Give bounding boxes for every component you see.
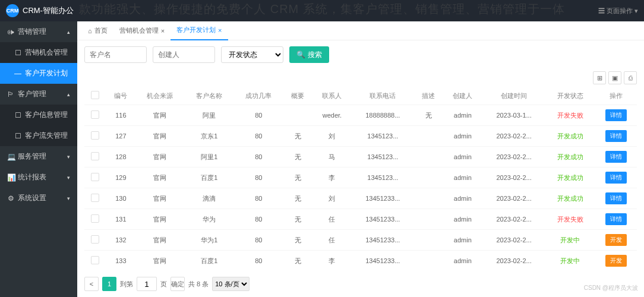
cell-src: 官网 [135,126,185,147]
cell-cust: 百度1 [185,168,234,188]
tab[interactable]: 客户开发计划× [171,21,228,40]
tab-label: 首页 [94,26,108,35]
pager-total: 共 8 条 [188,280,209,289]
cell-sum: 无 [283,230,312,251]
row-action-button[interactable]: 详情 [605,172,627,184]
row-checkbox[interactable] [91,256,99,264]
table-row: 130 官网 滴滴 80 无 刘 13451233... admin 2023-… [84,188,637,209]
cell-creator: admin [443,168,482,188]
select-all-checkbox[interactable] [91,91,99,99]
cell-status: 开发中 [545,230,595,251]
bullet-icon: ☐ [14,111,21,119]
page-operations-dropdown[interactable]: ☰ 页面操作 ▾ [598,7,638,15]
row-checkbox[interactable] [91,131,99,140]
sidebar-sub-item[interactable]: ☐营销机会管理 [0,42,77,63]
cell-id: 131 [106,209,135,230]
row-checkbox[interactable] [91,214,99,223]
cell-id: 128 [106,147,135,168]
tab-label: 客户开发计划 [176,26,216,34]
search-btn-label: 搜索 [308,50,322,60]
tab-label: 营销机会管理 [119,26,159,35]
export-tool-icon[interactable]: ▣ [608,71,621,84]
cell-sum: 无 [283,188,312,209]
cell-contact: 任 [312,209,352,230]
cell-contact: 马 [312,147,352,168]
table-header: 成功几率 [234,87,283,105]
main-layout: 🕪营销管理▴☐营销机会管理—客户开发计划🏳客户管理▴☐客户信息管理☐客户流失管理… [0,21,644,297]
cell-desc [414,168,443,188]
cell-creator: admin [443,251,482,271]
row-action-button[interactable]: 详情 [605,151,627,163]
row-checkbox[interactable] [91,235,99,244]
sidebar-sub-item[interactable]: ☐客户信息管理 [0,105,77,125]
cell-rate: 80 [234,251,283,271]
cell-src: 官网 [135,251,185,271]
cell-rate: 80 [234,209,283,230]
bullet-icon: — [14,69,21,78]
cell-phone: 13451233... [352,230,414,251]
row-action-button[interactable]: 详情 [605,130,627,142]
creator-input[interactable] [153,46,215,63]
sidebar-sub-item[interactable]: ☐客户流失管理 [0,125,77,146]
sidebar-sub-item[interactable]: —客户开发计划 [0,63,77,84]
cell-creator: admin [443,188,482,209]
close-icon[interactable]: × [218,27,222,34]
row-action-button[interactable]: 详情 [605,213,627,225]
sidebar-group-label: 统计报表 [18,172,46,182]
cell-creator: admin [443,126,482,147]
row-action-button[interactable]: 详情 [605,192,627,204]
close-icon[interactable]: × [161,27,165,34]
table-header: 编号 [106,87,135,105]
row-checkbox[interactable] [91,194,99,202]
cell-id: 130 [106,188,135,209]
cell-time: 2023-02-2... [482,251,545,271]
cell-id: 133 [106,251,135,271]
table-row: 127 官网 京东1 80 无 刘 1345123... admin 2023-… [84,126,637,147]
cell-desc: 无 [414,105,443,126]
sidebar-group[interactable]: 💻服务管理▾ [0,146,77,167]
pager-prev-button[interactable]: < [84,277,99,291]
pager-page-1[interactable]: 1 [102,277,116,291]
cell-id: 132 [106,230,135,251]
cell-status: 开发成功 [545,188,595,209]
sidebar-group[interactable]: ⚙系统设置▾ [0,188,77,208]
cell-rate: 80 [234,147,283,168]
cell-phone: 13451233... [352,251,414,271]
columns-tool-icon[interactable]: ⊞ [593,71,606,84]
search-button[interactable]: 🔍搜索 [289,46,329,63]
pager-confirm-button[interactable]: 确定 [171,277,185,291]
sidebar-group-icon: 🏳 [7,90,14,99]
tab[interactable]: 营销机会管理× [113,21,171,40]
search-icon: 🔍 [296,50,305,59]
row-checkbox[interactable] [91,152,99,160]
table-tools: ⊞ ▣ ⎙ [77,69,644,87]
page-op-label: 页面操作 ▾ [607,7,638,14]
pager-pagesize-select[interactable]: 10 条/页 [212,277,250,291]
tab[interactable]: ⌂首页 [82,21,113,40]
table-row: 116 官网 阿里 80 weder. 18888888... 无 admin … [84,105,637,126]
print-tool-icon[interactable]: ⎙ [624,71,637,84]
row-action-button[interactable]: 开发 [605,234,627,246]
sidebar-group[interactable]: 🏳客户管理▴ [0,84,77,105]
table-header: 概要 [283,87,312,105]
cell-cust: 滴滴 [185,188,234,209]
cell-contact: weder. [312,105,352,126]
cell-desc [414,126,443,147]
row-action-button[interactable]: 开发 [605,255,627,267]
status-select[interactable]: 开发状态 [221,46,283,63]
sidebar-group[interactable]: 🕪营销管理▴ [0,21,77,42]
row-checkbox[interactable] [91,173,99,181]
row-action-button[interactable]: 详情 [605,109,627,121]
sidebar-group[interactable]: 📊统计报表▾ [0,167,77,188]
cell-rate: 80 [234,168,283,188]
pager-page-input[interactable] [137,277,157,291]
logo-icon: CRM [6,4,19,17]
row-checkbox[interactable] [91,110,99,119]
bullet-icon: ☐ [14,132,21,140]
table-header: 描述 [414,87,443,105]
customer-name-input[interactable] [84,46,147,63]
cell-desc [414,209,443,230]
cell-src: 官网 [135,105,185,126]
table-row: 132 官网 华为1 80 无 任 13451233... admin 2023… [84,230,637,251]
cell-creator: admin [443,147,482,168]
